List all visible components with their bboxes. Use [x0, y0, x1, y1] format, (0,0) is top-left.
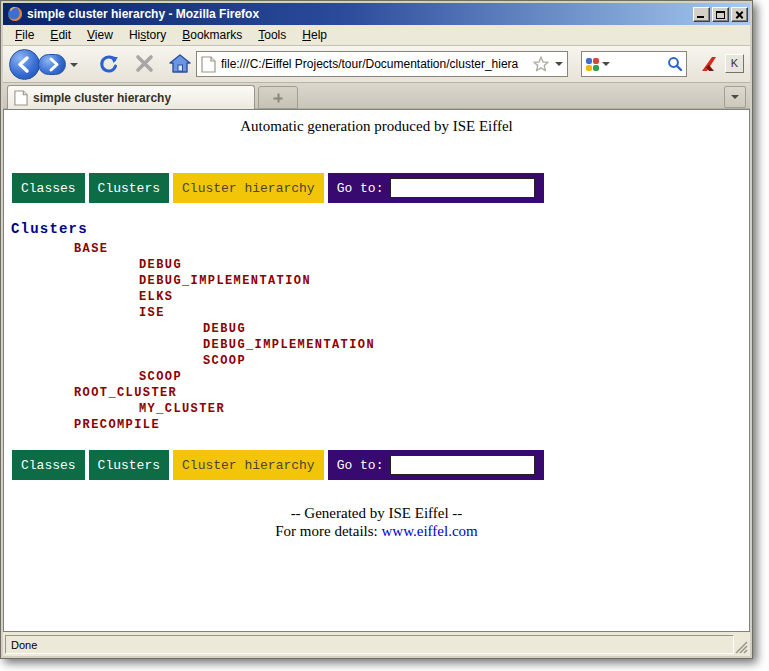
status-text: Done — [5, 635, 734, 654]
tree-item[interactable]: PRECOMPILE — [74, 417, 375, 433]
tree-item[interactable]: BASE — [74, 241, 375, 257]
tree-item[interactable]: SCOOP — [203, 353, 375, 369]
forward-arrow-icon — [39, 55, 65, 74]
clusters-heading: Clusters — [11, 221, 88, 237]
goto-box: Go to: — [328, 173, 545, 203]
menu-bookmarks[interactable]: Bookmarks — [174, 26, 250, 44]
url-dropdown-arrow[interactable] — [555, 62, 563, 66]
tree-item[interactable]: MY_CLUSTER — [139, 401, 375, 417]
status-bar: Done — [3, 632, 750, 656]
menu-edit[interactable]: Edit — [42, 26, 79, 44]
recent-pages-dropdown[interactable] — [70, 63, 78, 67]
forward-button[interactable] — [38, 54, 66, 75]
tree-item[interactable]: DEBUG — [203, 321, 375, 337]
menu-help[interactable]: Help — [294, 26, 335, 44]
tree-item[interactable]: DEBUG_IMPLEMENTATION — [139, 273, 375, 289]
tree-item[interactable]: SCOOP — [139, 369, 375, 385]
goto-box: Go to: — [328, 450, 545, 480]
search-input[interactable] — [613, 57, 667, 71]
search-engine-dropdown[interactable] — [602, 62, 610, 66]
tab-page-icon — [14, 90, 28, 106]
goto-label: Go to: — [337, 181, 384, 196]
new-tab-button[interactable] — [258, 86, 298, 109]
menu-view[interactable]: View — [79, 26, 121, 44]
generated-by-text: -- Generated by ISE Eiffel -- — [4, 505, 749, 523]
firefox-icon — [7, 6, 23, 22]
tab-label: simple cluster hierarchy — [33, 91, 171, 105]
minimize-button[interactable] — [693, 7, 710, 22]
window-title: simple cluster hierarchy - Mozilla Firef… — [27, 7, 693, 21]
back-button[interactable] — [9, 49, 40, 80]
menu-history[interactable]: History — [121, 26, 174, 44]
menu-bar: File Edit View History Bookmarks Tools H… — [3, 25, 750, 46]
tree-item[interactable]: ELKS — [139, 289, 375, 305]
tab-list-dropdown-button[interactable] — [724, 86, 746, 108]
title-bar: simple cluster hierarchy - Mozilla Firef… — [3, 3, 750, 25]
tree-item[interactable]: ROOT_CLUSTER — [74, 385, 375, 401]
menu-tools[interactable]: Tools — [250, 26, 294, 44]
cluster-tree: BASE DEBUG DEBUG_IMPLEMENTATION ELKS ISE… — [4, 241, 375, 433]
search-bar[interactable] — [581, 51, 687, 77]
kaspersky-keyboard-button[interactable]: K — [725, 54, 744, 73]
minimize-icon — [697, 16, 704, 18]
back-arrow-icon — [10, 50, 39, 79]
stop-button[interactable] — [134, 53, 155, 74]
page-header-text: Automatic generation produced by ISE Eif… — [4, 118, 749, 135]
page-footer: -- Generated by ISE Eiffel -- For more d… — [4, 505, 749, 541]
tab-simple-cluster-hierarchy[interactable]: simple cluster hierarchy — [7, 85, 255, 109]
maximize-button[interactable] — [712, 7, 729, 22]
tree-item[interactable]: ISE — [139, 305, 375, 321]
plus-icon — [274, 93, 283, 102]
search-magnifier-icon[interactable] — [667, 56, 683, 72]
reload-button[interactable] — [98, 53, 119, 75]
clusters-button[interactable]: Clusters — [89, 173, 169, 203]
classes-button[interactable]: Classes — [12, 450, 85, 480]
page-icon — [201, 56, 216, 73]
home-button[interactable] — [169, 53, 191, 75]
bookmark-star-icon[interactable] — [532, 55, 550, 73]
goto-input[interactable] — [390, 178, 535, 198]
tab-bar: simple cluster hierarchy — [3, 83, 750, 109]
url-bar[interactable]: file:///C:/Eiffel Projects/tour/Document… — [196, 51, 568, 77]
goto-label: Go to: — [337, 458, 384, 473]
chevron-down-icon — [731, 95, 739, 99]
kaspersky-icon[interactable] — [699, 54, 719, 74]
close-button[interactable] — [731, 7, 748, 22]
details-prefix-text: For more details: — [275, 523, 381, 539]
resize-grip[interactable] — [735, 641, 748, 654]
eiffel-link[interactable]: www.eiffel.com — [382, 523, 478, 539]
nav-button-row-top: Classes Clusters Cluster hierarchy Go to… — [12, 173, 544, 203]
clusters-button[interactable]: Clusters — [89, 450, 169, 480]
page-content: Automatic generation produced by ISE Eif… — [3, 109, 750, 632]
tree-item[interactable]: DEBUG_IMPLEMENTATION — [203, 337, 375, 353]
browser-window: simple cluster hierarchy - Mozilla Firef… — [0, 0, 753, 659]
maximize-icon — [716, 11, 725, 19]
navigation-toolbar: file:///C:/Eiffel Projects/tour/Document… — [3, 46, 750, 83]
cluster-hierarchy-button[interactable]: Cluster hierarchy — [173, 450, 324, 480]
nav-button-row-bottom: Classes Clusters Cluster hierarchy Go to… — [12, 450, 544, 480]
tree-item[interactable]: DEBUG — [139, 257, 375, 273]
goto-input[interactable] — [390, 455, 535, 475]
url-text[interactable]: file:///C:/Eiffel Projects/tour/Document… — [221, 57, 532, 71]
cluster-hierarchy-button[interactable]: Cluster hierarchy — [173, 173, 324, 203]
menu-file[interactable]: File — [7, 26, 42, 44]
classes-button[interactable]: Classes — [12, 173, 85, 203]
google-icon — [585, 57, 600, 72]
